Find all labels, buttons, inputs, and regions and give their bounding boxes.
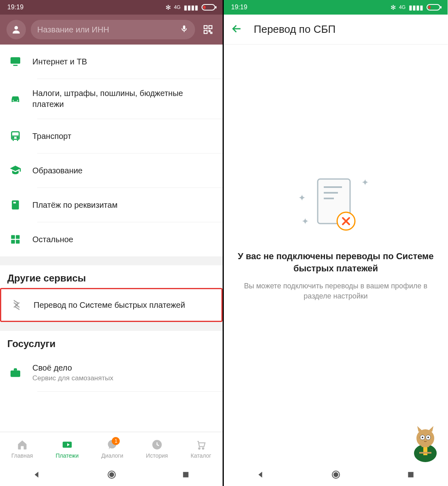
category-education[interactable]: Образование (0, 153, 223, 188)
status-bar: 19:19 ✻ 4G ▮▮▮▮ (0, 0, 223, 15)
bluetooth-icon: ✻ (166, 4, 171, 11)
status-time: 19:19 (231, 4, 247, 11)
category-label: Образование (32, 165, 215, 176)
svg-rect-3 (204, 30, 207, 34)
svg-point-10 (13, 137, 14, 139)
own-biz-title: Своё дело (32, 362, 113, 373)
android-nav (0, 465, 223, 486)
network-icon: 4G (399, 4, 406, 10)
svg-rect-15 (13, 202, 16, 204)
category-label: Налоги, штрафы, пошлины, бюджетные плате… (32, 88, 215, 110)
svg-rect-19 (16, 240, 19, 243)
network-icon: 4G (174, 4, 180, 10)
own-biz-sub: Сервис для самозанятых (32, 374, 113, 382)
category-label: Транспорт (32, 131, 215, 142)
bluetooth-icon: ✻ (391, 4, 396, 11)
svg-rect-44 (408, 472, 413, 477)
category-internet-tv[interactable]: Интернет и ТВ (0, 45, 223, 79)
battery-icon (427, 4, 440, 11)
svg-rect-40 (423, 447, 427, 455)
nav-label: Главная (11, 452, 33, 459)
mascot-icon (407, 423, 444, 465)
svg-rect-1 (204, 26, 207, 29)
svg-rect-41 (419, 452, 431, 454)
android-back[interactable] (33, 470, 42, 481)
signal-icon: ▮▮▮▮ (184, 4, 198, 11)
svg-point-39 (427, 437, 429, 438)
svg-rect-16 (11, 235, 15, 239)
svg-point-38 (422, 437, 423, 438)
svg-point-43 (334, 473, 338, 477)
svg-point-25 (203, 448, 204, 449)
status-bar: 19:19 ✻ 4G ▮▮▮▮ (224, 0, 448, 15)
mic-icon[interactable] (180, 24, 189, 35)
svg-point-6 (13, 100, 14, 101)
svg-rect-4 (11, 57, 20, 64)
search-placeholder: Название или ИНН (37, 25, 175, 34)
svg-point-27 (110, 473, 114, 477)
category-transport[interactable]: Транспорт (0, 119, 223, 153)
page-header: Перевод по СБП (224, 15, 448, 45)
android-recents[interactable] (407, 471, 415, 480)
status-time: 19:19 (7, 4, 23, 11)
android-nav (224, 465, 448, 486)
nav-payments[interactable]: Платежи (55, 439, 79, 459)
svg-point-0 (15, 26, 18, 30)
svg-rect-18 (11, 240, 15, 243)
category-other[interactable]: Остальное (0, 222, 223, 256)
back-button[interactable] (231, 23, 242, 36)
android-recents[interactable] (182, 471, 190, 480)
svg-point-7 (17, 100, 18, 101)
section-other-services: Другие сервисы (0, 265, 223, 288)
category-taxes[interactable]: Налоги, штрафы, пошлины, бюджетные плате… (0, 79, 223, 119)
nav-home[interactable]: Главная (11, 439, 33, 459)
page-title: Перевод по СБП (254, 23, 335, 36)
section-gosuslugi: Госуслуги (0, 331, 223, 354)
battery-icon (202, 4, 215, 11)
nav-label: Каталог (191, 452, 211, 459)
own-business-item[interactable]: Своё дело Сервис для самозанятых (0, 354, 223, 391)
svg-rect-2 (209, 26, 212, 29)
category-label: Платёж по реквизитам (32, 200, 215, 211)
android-home[interactable] (107, 470, 117, 481)
nav-history[interactable]: История (146, 439, 168, 459)
nav-dialogs[interactable]: 1 Диалоги (101, 439, 123, 459)
svg-rect-28 (183, 472, 189, 477)
svg-rect-17 (16, 235, 19, 239)
svg-rect-20 (11, 370, 20, 377)
nav-label: Платежи (55, 452, 79, 459)
search-input[interactable]: Название или ИНН (31, 20, 195, 39)
sbp-label: Перевод по Системе быстрых платежей (34, 300, 214, 311)
nav-catalog[interactable]: Каталог (191, 439, 211, 459)
svg-rect-5 (13, 65, 18, 66)
nav-badge: 1 (112, 437, 120, 445)
qr-scan-button[interactable] (200, 21, 216, 38)
empty-state: ✦ ✦ ✦ У вас не подключены переводы по Си… (224, 45, 448, 465)
svg-point-35 (416, 429, 434, 447)
category-requisites[interactable]: Платёж по реквизитам (0, 188, 223, 222)
app-header: Название или ИНН (0, 15, 223, 45)
bottom-nav: Главная Платежи 1 Диалоги История Катало… (0, 432, 223, 465)
nav-label: Диалоги (101, 452, 123, 459)
svg-point-11 (17, 137, 18, 139)
profile-button[interactable] (6, 20, 26, 39)
document-error-icon: ✦ ✦ ✦ (314, 176, 358, 234)
sbp-transfer-item[interactable]: Перевод по Системе быстрых платежей (0, 288, 223, 322)
category-label: Интернет и ТВ (32, 56, 215, 67)
signal-icon: ▮▮▮▮ (409, 4, 423, 11)
category-label: Остальное (32, 234, 215, 245)
nav-label: История (146, 452, 168, 459)
empty-subtitle: Вы можете подключить переводы в вашем пр… (236, 281, 435, 301)
empty-title: У вас не подключены переводы по Системе … (236, 250, 435, 274)
android-back[interactable] (257, 470, 265, 481)
svg-rect-14 (12, 200, 19, 210)
svg-point-24 (199, 448, 200, 449)
android-home[interactable] (331, 470, 341, 481)
